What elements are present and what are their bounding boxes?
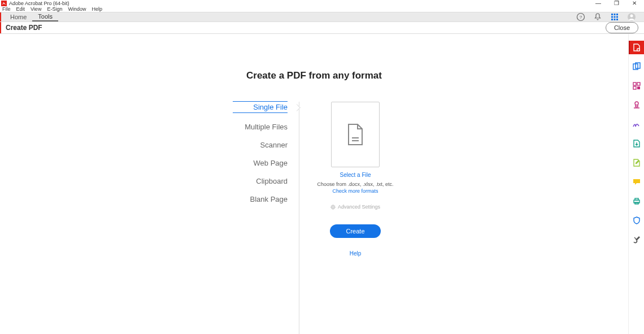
advanced-settings-label: Advanced Settings — [338, 204, 380, 210]
tabbar: Home Tools ? — [0, 12, 644, 22]
menu-file[interactable]: File — [2, 6, 11, 12]
rail-stamp-icon[interactable] — [629, 98, 645, 112]
menu-esign[interactable]: E-Sign — [47, 6, 62, 12]
menu-edit[interactable]: Edit — [16, 6, 25, 12]
rail-create-pdf-icon[interactable] — [629, 41, 645, 54]
option-scanner[interactable]: Scanner — [233, 141, 288, 149]
svg-rect-11 — [616, 19, 618, 20]
window-titlebar: Adobe Acrobat Pro (64-bit) — ❐ ✕ — [0, 0, 644, 6]
tab-tools[interactable]: Tools — [32, 12, 58, 21]
file-dropzone[interactable] — [331, 102, 380, 167]
gear-icon — [330, 205, 336, 210]
minimize-button[interactable]: — — [594, 0, 602, 6]
subheader-accent — [0, 22, 1, 33]
svg-point-25 — [635, 102, 638, 105]
option-blank-page[interactable]: Blank Page — [233, 195, 288, 203]
advanced-settings: Advanced Settings — [330, 204, 380, 210]
right-tool-rail — [628, 34, 644, 334]
svg-rect-8 — [616, 16, 618, 18]
svg-rect-9 — [611, 19, 613, 20]
rail-sign-icon[interactable] — [629, 118, 645, 131]
svg-rect-23 — [633, 86, 636, 89]
source-options: Single File Multiple Files Scanner Web P… — [233, 102, 299, 334]
create-button[interactable]: Create — [330, 224, 381, 238]
menubar: File Edit View E-Sign Window Help — [0, 6, 644, 12]
document-icon — [345, 123, 365, 146]
rail-organize-icon[interactable] — [629, 79, 645, 93]
rail-more-tools-icon[interactable] — [629, 233, 645, 246]
option-web-page[interactable]: Web Page — [233, 159, 288, 167]
rail-protect-icon[interactable] — [629, 214, 645, 227]
select-file-link[interactable]: Select a File — [340, 172, 371, 178]
window-title: Adobe Acrobat Pro (64-bit) — [9, 1, 594, 6]
rail-comment-icon[interactable] — [629, 175, 645, 189]
close-window-button[interactable]: ✕ — [630, 0, 638, 6]
svg-rect-27 — [635, 198, 638, 200]
rail-combine-icon[interactable] — [629, 60, 645, 73]
option-multiple-files[interactable]: Multiple Files — [233, 123, 288, 131]
svg-rect-21 — [633, 83, 636, 85]
svg-rect-4 — [614, 14, 616, 15]
rail-export-icon[interactable] — [629, 137, 645, 150]
maximize-button[interactable]: ❐ — [612, 0, 620, 6]
help-link[interactable]: Help — [350, 250, 362, 257]
svg-rect-3 — [611, 14, 613, 15]
page-title: Create a PDF from any format — [246, 70, 382, 81]
tabbar-accent — [0, 12, 1, 21]
help-icon[interactable]: ? — [576, 12, 585, 21]
option-clipboard[interactable]: Clipboard — [233, 177, 288, 185]
choose-from-text: Choose from .docx, .xlsx, .txt, etc. — [317, 181, 393, 187]
tool-title: Create PDF — [6, 24, 42, 32]
rail-print-icon[interactable] — [629, 194, 645, 208]
apps-grid-icon[interactable] — [610, 12, 619, 21]
content-area: Create a PDF from any format Single File… — [0, 34, 644, 334]
svg-point-13 — [630, 15, 633, 18]
svg-rect-22 — [637, 83, 640, 85]
svg-rect-5 — [616, 14, 618, 15]
profile-icon[interactable] — [627, 12, 636, 21]
svg-point-17 — [333, 206, 334, 207]
svg-rect-7 — [614, 16, 616, 18]
option-single-file[interactable]: Single File — [233, 101, 288, 113]
check-more-formats-link[interactable]: Check more formats — [332, 188, 378, 194]
close-tool-button[interactable]: Close — [606, 22, 638, 33]
menu-help[interactable]: Help — [92, 6, 102, 12]
menu-window[interactable]: Window — [68, 6, 86, 12]
menu-view[interactable]: View — [31, 6, 41, 12]
rail-edit-pdf-icon[interactable] — [629, 156, 645, 170]
svg-rect-24 — [637, 86, 640, 89]
tab-home[interactable]: Home — [5, 12, 32, 21]
svg-rect-10 — [614, 19, 616, 20]
app-icon — [1, 1, 7, 6]
subheader: Create PDF Close — [0, 22, 644, 34]
svg-rect-6 — [611, 16, 613, 18]
bell-icon[interactable] — [593, 12, 602, 21]
svg-text:?: ? — [580, 15, 582, 20]
